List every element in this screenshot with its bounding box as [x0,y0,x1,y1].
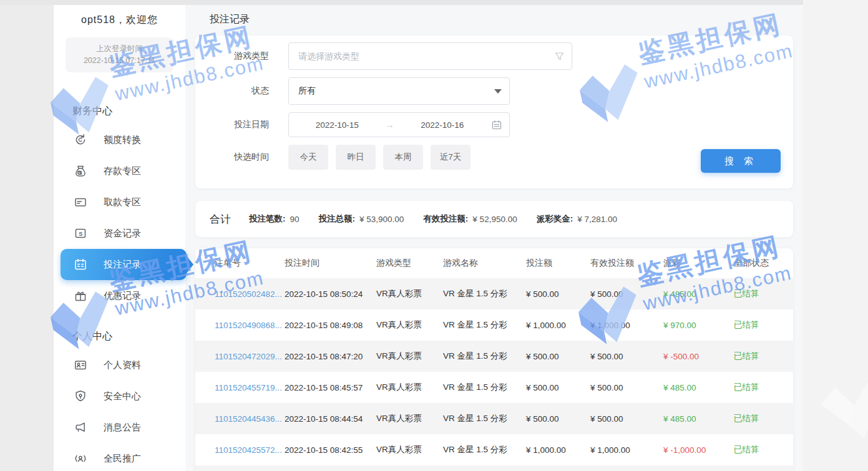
order-no-link[interactable]: 1101520425572... [215,445,285,455]
payout-value: ¥ 485.00 [663,414,734,424]
bet-date-label: 投注日期 [214,119,269,130]
page-top-strip [0,0,868,5]
sidebar-item-label: 资金记录 [104,228,141,240]
col-bet-amount: 投注额 [526,258,590,269]
order-no-link[interactable]: 1101520445436... [215,414,285,424]
table-header-row: 注单号 投注时间 游戏类型 游戏名称 投注额 有效投注额 派彩 全部状态 [195,248,793,278]
status-badge: 已结算 [734,319,793,331]
transfer-icon [74,133,87,147]
sidebar-item-label: 安全中心 [104,391,141,402]
announcement-icon [74,420,87,434]
table-row: 1101520425572... 2022-10-15 08:42:55 VR真… [195,434,793,465]
date-start-value[interactable]: 2022-10-15 [289,120,386,130]
right-gutter [803,0,868,471]
table-body: 1101520502482... 2022-10-15 08:50:24 VR真… [195,278,793,471]
order-no-link[interactable]: 1101520472029... [215,352,285,361]
table-row: 1101520445436... 2022-10-15 08:44:54 VR真… [195,403,793,434]
status-badge: 已结算 [734,382,793,393]
date-range-arrow-icon: → [386,120,394,130]
payout-value: ¥ -500.00 [663,352,734,361]
table-row: 1101520490868... 2022-10-15 08:49:08 VR真… [195,309,793,341]
last-login-label: 上次登录时间 [68,43,171,55]
sidebar: opt518，欢迎您 上次登录时间 2022-10-15 07:17:11 财务… [54,5,185,471]
sidebar-item-profile[interactable]: 个人资料 [54,349,185,381]
game-type-select[interactable] [288,42,572,70]
payout-value: ¥ 970.00 [663,321,734,330]
col-game-type: 游戏类型 [376,258,443,269]
col-order-no: 注单号 [215,258,285,269]
sidebar-item-label: 投注记录 [104,259,141,271]
withdraw-icon [74,195,87,209]
bet-record-icon [74,258,87,271]
last-login-box: 上次登录时间 2022-10-15 07:17:11 [66,37,173,72]
table-row-partial [195,465,793,471]
col-valid-bet: 有效投注额 [590,258,663,269]
summary-total-label: 合计 [210,212,231,226]
sidebar-item-announcements[interactable]: 消息公告 [54,412,185,443]
payout-value: ¥ 485.00 [663,289,734,299]
sidebar-item-label: 额度转换 [104,134,141,146]
date-end-value[interactable]: 2022-10-16 [394,120,491,130]
sidebar-item-credit-transfer[interactable]: 额度转换 [54,124,185,155]
sidebar-item-funds-record[interactable]: S 资金记录 [54,218,185,249]
sidebar-item-withdraw[interactable]: 取款专区 [54,187,185,218]
sidebar-item-label: 消息公告 [104,422,141,434]
date-range-picker[interactable]: 2022-10-15 → 2022-10-16 [288,112,510,137]
status-select[interactable]: 所有 [288,77,510,105]
filter-panel: 游戏类型 状态 所有 投注日期 2022-10-15 → 2022-10-16 … [195,36,793,188]
table-row: 1101520472029... 2022-10-15 08:47:20 VR真… [195,341,793,372]
bet-records-table: 注单号 投注时间 游戏类型 游戏名称 投注额 有效投注额 派彩 全部状态 110… [195,248,793,471]
status-badge: 已结算 [734,288,793,299]
sidebar-item-label: 取款专区 [104,197,141,208]
col-game-name: 游戏名称 [443,258,526,269]
promotion-icon [74,452,87,465]
summary-valid-bet-total: 有效投注额: ¥ 52,950.00 [423,213,517,225]
sidebar-item-deposit[interactable]: S 存款专区 [54,155,185,187]
table-row: 1101520502482... 2022-10-15 08:50:24 VR真… [195,278,793,309]
summary-panel: 合计 投注笔数: 90 投注总额: ¥ 53,900.00 有效投注额: ¥ 5… [195,201,793,237]
payout-value: ¥ 485.00 [663,383,734,392]
quick-last-7-days-button[interactable]: 近7天 [431,145,471,170]
game-type-input[interactable] [298,51,550,61]
summary-bet-count: 投注笔数: 90 [249,213,300,225]
payout-value: ¥ -1,000.00 [663,445,734,455]
chevron-down-icon [494,89,502,94]
quick-time-label: 快选时间 [214,152,269,163]
order-no-link[interactable]: 1101520455719... [215,383,285,392]
sidebar-item-label: 优惠记录 [104,290,141,302]
section-title-personal: 个人中心 [72,330,185,343]
promo-record-icon [74,289,87,303]
sidebar-item-label: 存款专区 [104,165,141,177]
section-title-finance: 财务中心 [72,105,185,118]
search-button[interactable]: 搜 索 [701,149,781,173]
calendar-icon [492,120,502,130]
game-type-label: 游戏类型 [214,51,269,62]
last-login-time: 2022-10-15 07:17:11 [68,55,171,67]
quick-today-button[interactable]: 今天 [288,145,328,170]
table-row: 1101520455719... 2022-10-15 08:45:57 VR真… [195,372,793,403]
col-status: 全部状态 [734,258,793,269]
summary-payout-total: 派彩奖金: ¥ 7,281.00 [537,213,617,225]
order-no-link[interactable]: 1101520490868... [215,321,285,330]
order-no-link[interactable]: 1101520502482... [215,289,285,299]
security-icon [74,389,87,403]
status-select-value: 所有 [298,85,316,97]
status-badge: 已结算 [734,444,793,455]
sidebar-item-security[interactable]: 安全中心 [54,381,185,412]
profile-icon [74,358,87,372]
col-payout: 派彩 [663,258,734,269]
col-bet-time: 投注时间 [285,258,376,269]
quick-this-week-button[interactable]: 本周 [383,145,423,170]
sidebar-item-referral[interactable]: 全民推广 [54,443,185,471]
status-badge: 已结算 [734,351,793,362]
sidebar-item-promo-record[interactable]: 优惠记录 [54,280,185,311]
deposit-icon: S [74,164,87,178]
funds-record-icon: S [74,226,87,240]
svg-text:S: S [79,231,82,237]
summary-bet-total: 投注总额: ¥ 53,900.00 [319,213,404,225]
sidebar-item-label: 全民推广 [104,453,141,465]
status-label: 状态 [214,85,269,97]
sidebar-item-bet-records[interactable]: 投注记录 [61,249,187,280]
sidebar-item-label: 个人资料 [104,359,141,371]
quick-yesterday-button[interactable]: 昨日 [336,145,376,170]
